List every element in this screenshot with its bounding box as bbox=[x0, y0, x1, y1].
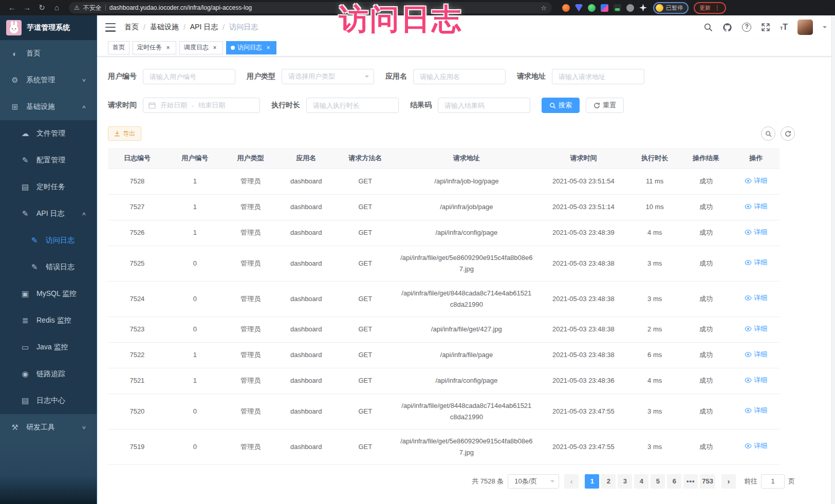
cell-method: GET bbox=[335, 429, 396, 464]
help-icon[interactable]: ? bbox=[742, 23, 751, 32]
search-button[interactable]: 搜索 bbox=[542, 98, 580, 113]
breadcrumb-item[interactable]: 基础设施 bbox=[150, 23, 179, 32]
fullscreen-icon[interactable] bbox=[761, 23, 770, 32]
search-icon[interactable] bbox=[703, 23, 713, 32]
sidebar-item-redis[interactable]: ≣Redis 监控 bbox=[0, 307, 97, 334]
forward-button[interactable]: → bbox=[20, 0, 34, 15]
back-button[interactable]: ← bbox=[5, 0, 19, 15]
user-avatar[interactable] bbox=[797, 20, 813, 35]
chevron-down-icon bbox=[365, 76, 369, 80]
github-icon[interactable] bbox=[722, 23, 732, 32]
browser-profile-chip[interactable]: 已暂停 bbox=[653, 2, 689, 14]
extension-icon-orange[interactable] bbox=[562, 4, 570, 12]
extension-icon-dark[interactable] bbox=[614, 4, 621, 12]
detail-button[interactable]: 详细 bbox=[745, 405, 767, 416]
toggle-search-button[interactable] bbox=[761, 126, 775, 141]
eye-icon bbox=[745, 229, 752, 236]
detail-button[interactable]: 详细 bbox=[745, 375, 767, 386]
detail-button[interactable]: 详细 bbox=[745, 440, 767, 452]
detail-label: 详细 bbox=[754, 440, 767, 452]
detail-button[interactable]: 详细 bbox=[745, 257, 767, 268]
request-url-input[interactable] bbox=[552, 69, 644, 84]
close-icon[interactable]: × bbox=[265, 44, 272, 51]
result-code-input[interactable] bbox=[438, 98, 530, 113]
detail-button[interactable]: 详细 bbox=[745, 227, 767, 238]
app-name-input[interactable] bbox=[413, 69, 506, 84]
sidebar-item-home[interactable]: ◐首页 bbox=[0, 40, 97, 67]
page-button-4[interactable]: 4 bbox=[634, 474, 648, 489]
extension-icon-pinwheel[interactable] bbox=[639, 4, 647, 12]
request-time-range-picker[interactable]: 开始日期 - 结束日期 bbox=[143, 98, 260, 113]
detail-button[interactable]: 详细 bbox=[745, 201, 767, 212]
user-type-select[interactable]: 请选择用户类型 bbox=[282, 69, 374, 84]
bookmark-star-icon[interactable]: ☆ bbox=[541, 4, 547, 12]
reset-button[interactable]: 重置 bbox=[586, 98, 624, 113]
address-bar[interactable]: ⚠ 不安全 dashboard.yudao.iocoder.cn/infra/l… bbox=[69, 2, 552, 13]
date-range-separator: - bbox=[192, 102, 194, 109]
sidebar-item-job[interactable]: ▤定时任务 bbox=[0, 174, 97, 200]
hamburger-menu-icon[interactable] bbox=[105, 23, 116, 32]
app-logo-bar[interactable]: 芋道管理系统 bbox=[0, 15, 97, 40]
cell-request-url: /api/infra/file/get/427.jpg bbox=[396, 316, 537, 342]
table-row: 75271管理员dashboardGET/api/infra/job/page2… bbox=[108, 194, 780, 220]
breadcrumb-separator: / bbox=[222, 23, 225, 31]
extension-icon-gray[interactable] bbox=[626, 4, 634, 12]
browser-update-button[interactable]: 更新 ⋮ bbox=[694, 2, 726, 14]
sidebar-item-file[interactable]: ☁文件管理 bbox=[0, 120, 97, 147]
tab-job-log[interactable]: 调度日志× bbox=[179, 41, 223, 54]
sidebar-item-config[interactable]: ✎配置管理 bbox=[0, 147, 97, 174]
font-size-icon[interactable]: тT bbox=[780, 23, 788, 32]
cell-user-id: 0 bbox=[166, 316, 224, 342]
sidebar-item-java[interactable]: ▭Java 监控 bbox=[0, 334, 97, 361]
detail-button[interactable]: 详细 bbox=[745, 349, 767, 360]
extension-icon-green[interactable] bbox=[588, 4, 596, 12]
extension-icon-shield[interactable] bbox=[575, 4, 583, 12]
goto-page-input[interactable] bbox=[761, 474, 785, 489]
duration-input[interactable] bbox=[306, 98, 399, 113]
detail-button[interactable]: 详细 bbox=[745, 323, 767, 334]
home-button[interactable]: ⌂ bbox=[50, 0, 64, 15]
page-button-1[interactable]: 1 bbox=[585, 474, 599, 489]
cell-duration: 6 ms bbox=[630, 342, 680, 368]
sidebar-item-access-log[interactable]: ✎访问日志 bbox=[0, 227, 97, 254]
close-icon[interactable]: × bbox=[211, 44, 218, 51]
detail-button[interactable]: 详细 bbox=[745, 292, 767, 304]
user-id-input[interactable] bbox=[143, 69, 235, 84]
browser-scrollbar[interactable] bbox=[831, 15, 835, 504]
table-toolbar: 导出 bbox=[108, 126, 795, 141]
sidebar-item-dev-tools[interactable]: ⚒研发工具∨ bbox=[0, 414, 97, 441]
refresh-table-button[interactable] bbox=[781, 126, 795, 141]
prev-page-button[interactable]: ‹ bbox=[564, 474, 579, 489]
page-button-3[interactable]: 3 bbox=[618, 474, 632, 489]
tab-job[interactable]: 定时任务× bbox=[133, 41, 176, 54]
redis-monitor-icon: ≣ bbox=[21, 316, 30, 325]
close-icon[interactable]: × bbox=[164, 44, 172, 51]
cell-request-time: 2021-05-03 23:47:55 bbox=[537, 394, 629, 429]
browser-menu-kebab-icon[interactable]: ⋮ bbox=[714, 4, 720, 11]
sidebar-item-log-center[interactable]: ▤日志中心 bbox=[0, 387, 97, 414]
page-button-6[interactable]: 6 bbox=[667, 474, 681, 489]
cell-request-time: 2021-05-03 23:47:55 bbox=[537, 429, 629, 464]
page-button-5[interactable]: 5 bbox=[651, 474, 665, 489]
extension-icon-colorful[interactable] bbox=[601, 4, 608, 12]
sidebar-item-system[interactable]: ⚙系统管理∨ bbox=[0, 67, 97, 94]
sidebar-item-mysql[interactable]: ▣MySQL 监控 bbox=[0, 281, 97, 307]
tab-access-log[interactable]: 访问日志× bbox=[226, 41, 276, 54]
sidebar-item-api-log[interactable]: ✎API 日志∧ bbox=[0, 200, 97, 227]
breadcrumb-item[interactable]: API 日志 bbox=[190, 23, 218, 32]
page-button-753[interactable]: 753 bbox=[700, 474, 715, 489]
tab-home[interactable]: 首页 bbox=[108, 41, 129, 54]
mysql-monitor-icon: ▣ bbox=[21, 289, 30, 298]
reload-button[interactable]: ↻ bbox=[35, 0, 49, 15]
page-size-select[interactable]: 10条/页 bbox=[508, 474, 559, 489]
sidebar-item-trace[interactable]: ◉链路追踪 bbox=[0, 361, 97, 387]
sidebar-item-error-log[interactable]: ✎错误日志 bbox=[0, 254, 97, 281]
breadcrumb-item[interactable]: 首页 bbox=[124, 23, 139, 32]
page-more-button[interactable]: ••• bbox=[683, 474, 698, 489]
page-button-2[interactable]: 2 bbox=[601, 474, 616, 489]
export-button[interactable]: 导出 bbox=[108, 126, 141, 141]
detail-button[interactable]: 详细 bbox=[745, 175, 767, 186]
sidebar-item-infra[interactable]: ⊞基础设施∧ bbox=[0, 94, 97, 120]
next-page-button[interactable]: › bbox=[721, 474, 736, 489]
chevron-down-icon[interactable] bbox=[823, 26, 827, 30]
